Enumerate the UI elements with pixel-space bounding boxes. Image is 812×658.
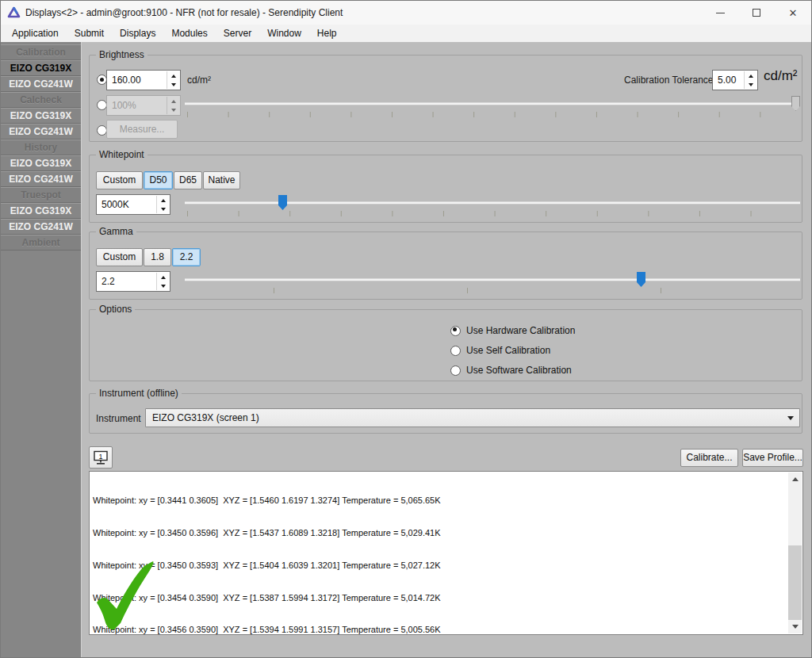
luminance-spin-up[interactable]	[167, 71, 179, 80]
brightness-group: Brightness 160.00 cd/m² Calibration Tole…	[89, 55, 802, 142]
scroll-down-button[interactable]	[788, 620, 802, 633]
menubar: Application Submit Displays Modules Serv…	[1, 25, 811, 42]
tolerance-spin-up[interactable]	[745, 71, 756, 80]
gamma-18-button[interactable]: 1.8	[144, 248, 171, 266]
option-software-calibration[interactable]: Use Software Calibration	[450, 365, 572, 376]
whitepoint-custom-button[interactable]: Custom	[96, 171, 143, 189]
menu-displays[interactable]: Displays	[112, 25, 163, 41]
whitepoint-group: Whitepoint Custom D50 D65 Native 5000K	[89, 155, 802, 223]
gamma-spinbox[interactable]: 2.2	[96, 271, 170, 292]
calibrate-button[interactable]: Calibrate...	[680, 449, 738, 467]
sidebar-section-truespot[interactable]: Truespot	[1, 187, 81, 203]
menu-server[interactable]: Server	[216, 25, 259, 41]
whitepoint-slider-track[interactable]	[185, 201, 800, 205]
log-line: Whitepoint: xy = [0.3441 0.3605] XYZ = […	[93, 495, 441, 507]
scrollbar-thumb[interactable]	[788, 545, 802, 620]
sidebar-item-calcheck-eizo-cg319x[interactable]: EIZO CG319X	[1, 108, 81, 124]
menu-application[interactable]: Application	[4, 25, 67, 41]
log-scrollbar[interactable]	[788, 472, 802, 633]
percent-value: 100%	[112, 96, 136, 115]
identify-display-button[interactable]: 1	[89, 446, 113, 469]
gamma-slider-track[interactable]	[185, 278, 800, 281]
whitepoint-d50-button[interactable]: D50	[144, 171, 173, 189]
software-calibration-label: Use Software Calibration	[466, 365, 572, 376]
self-calibration-label: Use Self Calibration	[466, 345, 550, 356]
whitepoint-spin-down[interactable]	[157, 205, 169, 213]
sidebar-section-history[interactable]: History	[1, 140, 81, 155]
hardware-calibration-label: Use Hardware Calibration	[466, 325, 575, 336]
hardware-calibration-radio[interactable]	[450, 326, 461, 336]
percent-spin-down	[167, 105, 179, 114]
menu-help[interactable]: Help	[309, 25, 345, 41]
sidebar-section-calibration[interactable]: Calibration	[1, 44, 81, 60]
self-calibration-radio[interactable]	[450, 346, 461, 356]
percent-spinbox: 100%	[106, 95, 181, 116]
gamma-value: 2.2	[102, 272, 115, 291]
titlebar[interactable]: Displays<2> - admin@groot:9100 - NFR (no…	[1, 1, 811, 25]
monitor-icon: 1	[93, 450, 109, 465]
sidebar-item-calibration-eizo-cg319x[interactable]: EIZO CG319X	[1, 60, 81, 76]
maximize-button[interactable]	[738, 1, 775, 25]
whitepoint-native-button[interactable]: Native	[203, 171, 240, 189]
software-calibration-radio[interactable]	[450, 365, 461, 376]
measure-button: Measure...	[106, 120, 178, 139]
save-profile-button[interactable]: Save Profile...	[742, 449, 803, 467]
close-button[interactable]: ✕	[775, 1, 811, 25]
brightness-group-title: Brightness	[96, 49, 147, 60]
luminance-value: 160.00	[112, 71, 141, 90]
whitepoint-value: 5000K	[102, 195, 129, 214]
minimize-button[interactable]	[702, 1, 738, 25]
whitepoint-spinbox[interactable]: 5000K	[96, 194, 170, 215]
gamma-22-button[interactable]: 2.2	[172, 248, 201, 266]
scroll-up-button[interactable]	[788, 472, 802, 486]
gamma-custom-button[interactable]: Custom	[96, 248, 143, 266]
brightness-slider[interactable]	[185, 95, 800, 117]
close-icon: ✕	[789, 8, 798, 18]
brightness-slider-ticks	[185, 112, 800, 117]
gamma-slider[interactable]	[185, 271, 800, 293]
app-window: Displays<2> - admin@groot:9100 - NFR (no…	[0, 0, 812, 658]
whitepoint-spin-up[interactable]	[157, 196, 169, 205]
calibration-log[interactable]: Whitepoint: xy = [0.3441 0.3605] XYZ = […	[89, 471, 803, 635]
window-title: Displays<2> - admin@groot:9100 - NFR (no…	[25, 7, 343, 18]
whitepoint-slider[interactable]	[185, 194, 800, 216]
sidebar-item-truespot-eizo-cg241w[interactable]: EIZO CG241W	[1, 219, 81, 235]
whitepoint-slider-handle[interactable]	[278, 195, 287, 210]
sidebar-section-calcheck[interactable]: Calcheck	[1, 92, 81, 108]
sidebar-section-ambient[interactable]: Ambient	[1, 235, 81, 251]
sidebar-item-truespot-eizo-cg319x[interactable]: EIZO CG319X	[1, 203, 81, 219]
brightness-slider-track[interactable]	[185, 102, 800, 105]
maximize-icon	[753, 9, 760, 17]
luminance-spin-down[interactable]	[167, 80, 179, 89]
whitepoint-group-title: Whitepoint	[96, 149, 147, 160]
luminance-unit-label: cd/m²	[187, 75, 211, 86]
log-line: Whitepoint: xy = [0.3450 0.3596] XYZ = […	[93, 528, 441, 539]
instrument-dropdown[interactable]: EIZO CG319X (screen 1)	[145, 408, 800, 427]
menu-window[interactable]: Window	[259, 25, 309, 41]
sidebar-item-history-eizo-cg319x[interactable]: EIZO CG319X	[1, 155, 81, 171]
sidebar: Calibration EIZO CG319X EIZO CG241W Calc…	[1, 42, 81, 658]
whitepoint-d65-button[interactable]: D65	[174, 171, 202, 189]
percent-spin-up	[167, 97, 179, 105]
brightness-slider-handle[interactable]	[791, 96, 800, 111]
chevron-down-icon	[787, 416, 794, 420]
tolerance-spinbox[interactable]: 5.00	[712, 70, 758, 90]
gamma-group: Gamma Custom 1.8 2.2 2.2	[89, 231, 802, 300]
gamma-slider-handle[interactable]	[637, 272, 645, 287]
options-group-title: Options	[96, 304, 135, 315]
tolerance-spin-down[interactable]	[745, 80, 756, 89]
menu-submit[interactable]: Submit	[67, 25, 112, 41]
luminance-spinbox[interactable]: 160.00	[106, 70, 181, 90]
scroll-up-icon	[792, 477, 799, 481]
instrument-group-title: Instrument (offline)	[96, 388, 182, 399]
scroll-down-icon	[792, 625, 799, 629]
sidebar-item-calibration-eizo-cg241w[interactable]: EIZO CG241W	[1, 76, 81, 92]
tolerance-unit-label: cd/m²	[764, 68, 798, 84]
gamma-spin-down[interactable]	[157, 281, 169, 290]
gamma-spin-up[interactable]	[157, 273, 169, 281]
option-self-calibration[interactable]: Use Self Calibration	[450, 345, 550, 356]
sidebar-item-history-eizo-cg241w[interactable]: EIZO CG241W	[1, 171, 81, 187]
option-hardware-calibration[interactable]: Use Hardware Calibration	[450, 325, 575, 336]
sidebar-item-calcheck-eizo-cg241w[interactable]: EIZO CG241W	[1, 124, 81, 140]
menu-modules[interactable]: Modules	[163, 25, 215, 41]
